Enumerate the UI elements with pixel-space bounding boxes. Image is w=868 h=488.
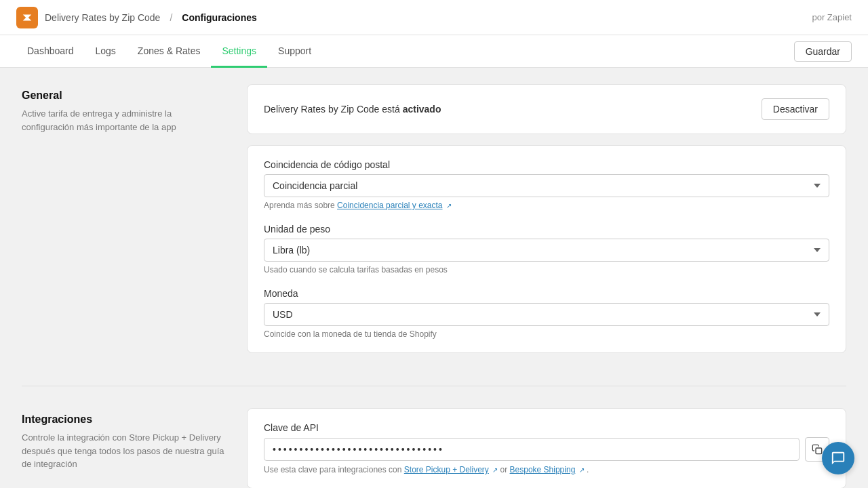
zip-matching-group: Coincidencia de código postal Coincidenc… — [264, 159, 829, 210]
general-section: General Active tarifa de entrega y admin… — [22, 84, 846, 364]
top-bar: Delivery Rates by Zip Code / Configuraci… — [0, 0, 868, 35]
title-separator: / — [170, 12, 172, 23]
bespoke-shipping-link[interactable]: Bespoke Shipping — [510, 465, 576, 474]
status-row: Delivery Rates by Zip Code está activado… — [264, 98, 829, 120]
store-pickup-link[interactable]: Store Pickup + Delivery — [404, 465, 489, 474]
zip-matching-select[interactable]: Coincidencia parcialCoincidencia exacta — [264, 174, 829, 197]
external-icon-1: ↗ — [492, 466, 498, 474]
integrations-sidebar: Integraciones Controle la integración co… — [22, 408, 225, 488]
integrations-title: Integraciones — [22, 413, 225, 426]
settings-card: Coincidencia de código postal Coincidenc… — [247, 145, 846, 353]
general-description: Active tarifa de entrega y administre la… — [22, 107, 225, 134]
integrations-section: Integraciones Controle la integración co… — [22, 408, 846, 488]
save-button[interactable]: Guardar — [794, 41, 852, 62]
copy-icon — [812, 444, 823, 455]
currency-group: Moneda USDEURMXNARS Coincide con la mone… — [264, 288, 829, 339]
weight-unit-hint: Usado cuando se calcula tarifas basadas … — [264, 265, 829, 274]
tab-settings[interactable]: Settings — [211, 36, 267, 68]
zapiet-icon — [16, 7, 38, 28]
api-key-row — [264, 437, 829, 462]
weight-unit-group: Unidad de peso Libra (lb)Kilogramo (kg) … — [264, 224, 829, 274]
deactivate-button[interactable]: Desactivar — [762, 98, 829, 120]
api-key-label: Clave de API — [264, 422, 829, 433]
general-sidebar: General Active tarifa de entrega y admin… — [22, 84, 225, 364]
currency-select[interactable]: USDEURMXNARS — [264, 303, 829, 326]
zip-matching-label: Coincidencia de código postal — [264, 159, 829, 170]
integrations-description: Controle la integración con Store Pickup… — [22, 431, 225, 471]
weight-unit-select[interactable]: Libra (lb)Kilogramo (kg) — [264, 239, 829, 262]
weight-unit-label: Unidad de peso — [264, 224, 829, 235]
external-icon-2: ↗ — [579, 466, 585, 474]
app-branding: Delivery Rates by Zip Code / Configuraci… — [16, 7, 257, 28]
svg-rect-0 — [816, 448, 822, 454]
status-card: Delivery Rates by Zip Code está activado… — [247, 84, 846, 134]
tab-logs[interactable]: Logs — [85, 36, 127, 68]
integrations-content: Clave de API Use esta clave para integra… — [247, 408, 846, 488]
tab-zones-rates[interactable]: Zones & Rates — [127, 36, 212, 68]
zip-matching-link[interactable]: Coincidencia parcial y exacta — [337, 201, 442, 210]
nav-bar: Dashboard Logs Zones & Rates Settings Su… — [0, 35, 868, 68]
general-content: Delivery Rates by Zip Code está activado… — [247, 84, 846, 364]
tab-dashboard[interactable]: Dashboard — [16, 36, 85, 68]
section-divider — [22, 386, 846, 386]
app-title: Delivery Rates by Zip Code — [45, 12, 160, 23]
api-hint: Use esta clave para integraciones con St… — [264, 465, 829, 474]
page-content: General Active tarifa de entrega y admin… — [0, 68, 868, 488]
por-zapiet-label: por Zapiet — [812, 12, 852, 22]
currency-hint: Coincide con la moneda de tu tienda de S… — [264, 329, 829, 339]
tab-support[interactable]: Support — [267, 36, 322, 68]
api-key-card: Clave de API Use esta clave para integra… — [247, 408, 846, 488]
zip-matching-hint: Aprenda más sobre Coincidencia parcial y… — [264, 201, 829, 210]
external-link-icon: ↗ — [446, 202, 452, 209]
currency-label: Moneda — [264, 288, 829, 299]
general-title: General — [22, 89, 225, 102]
current-page-title: Configuraciones — [182, 12, 256, 23]
chat-button[interactable] — [822, 442, 854, 474]
nav-tabs: Dashboard Logs Zones & Rates Settings Su… — [16, 35, 322, 67]
status-text: Delivery Rates by Zip Code está activado — [264, 104, 441, 115]
api-key-input[interactable] — [264, 438, 800, 461]
